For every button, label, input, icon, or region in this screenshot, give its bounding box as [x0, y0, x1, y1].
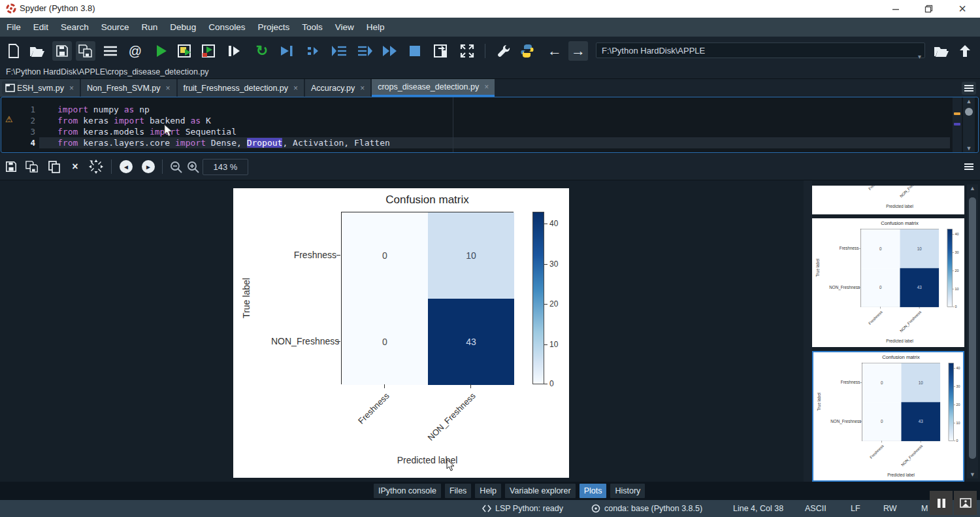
- open-file-button[interactable]: [27, 41, 47, 61]
- working-directory-input[interactable]: F:\Python HardDisk\APPLE ▾: [596, 42, 925, 58]
- browse-tabs-button[interactable]: [2, 81, 18, 95]
- preferences-button[interactable]: [494, 41, 514, 61]
- scroll-up-icon[interactable]: ▲: [967, 184, 978, 192]
- tab-close-icon[interactable]: ×: [165, 84, 170, 93]
- run-to-line-button[interactable]: [277, 41, 297, 61]
- plot-thumbnail-selected[interactable]: Confusion matrix True label Freshness NO…: [812, 351, 964, 482]
- maximize-pane-button[interactable]: [431, 41, 451, 61]
- run-button[interactable]: [152, 41, 171, 61]
- plots-toolbar: × ◄ ► 143 %: [0, 154, 980, 180]
- menu-view[interactable]: View: [335, 22, 354, 32]
- tab-close-icon[interactable]: ×: [360, 84, 365, 93]
- run-selection-button[interactable]: [224, 41, 244, 61]
- fit-to-pane-icon: [89, 159, 103, 174]
- browse-tabs-icon: [5, 84, 15, 92]
- editor-options-button[interactable]: [962, 82, 976, 95]
- tab-ipython-console[interactable]: IPython console: [374, 484, 441, 498]
- parent-directory-button[interactable]: [955, 41, 975, 61]
- python-env-button[interactable]: [517, 41, 537, 61]
- tab-help[interactable]: Help: [475, 484, 501, 498]
- new-file-button[interactable]: [4, 41, 24, 61]
- menu-edit[interactable]: Edit: [33, 22, 48, 32]
- menu-file[interactable]: File: [7, 22, 21, 32]
- save-all-icon: [25, 160, 39, 173]
- save-plot-button[interactable]: [3, 158, 20, 175]
- minimize-button[interactable]: [881, 0, 911, 18]
- run-cell-advance-button[interactable]: [199, 41, 219, 61]
- plots-options-button[interactable]: [960, 158, 977, 175]
- menu-debug[interactable]: Debug: [170, 22, 196, 32]
- zoom-out-button[interactable]: [167, 158, 184, 175]
- navigate-forward-button[interactable]: →: [568, 41, 588, 61]
- debug-step-over-button[interactable]: [303, 41, 323, 61]
- menu-source[interactable]: Source: [101, 22, 129, 32]
- close-button[interactable]: ×: [947, 0, 977, 18]
- next-plot-button[interactable]: ►: [140, 158, 157, 175]
- editor-scrollbar-thumb[interactable]: [965, 108, 973, 116]
- tab-files[interactable]: Files: [445, 484, 471, 498]
- dropdown-caret-icon[interactable]: ▾: [918, 49, 921, 65]
- scroll-down-icon[interactable]: ▼: [967, 471, 978, 478]
- menu-run[interactable]: Run: [142, 22, 158, 32]
- colorbar: [947, 229, 953, 307]
- menu-help[interactable]: Help: [367, 22, 385, 32]
- fit-plot-button[interactable]: [88, 158, 105, 175]
- pane-splitter[interactable]: [804, 180, 812, 482]
- tab-accuracy[interactable]: Accuracy.py ×: [305, 79, 370, 97]
- pause-button[interactable]: [930, 491, 953, 515]
- tab-crops-disease-detection[interactable]: crops_disease_detection.py ×: [372, 79, 495, 97]
- stop-button[interactable]: [405, 41, 425, 61]
- previous-plot-button[interactable]: ◄: [118, 158, 135, 175]
- code-line-4[interactable]: from keras.layers.core import Dense, Dro…: [57, 137, 390, 148]
- menu-tools[interactable]: Tools: [302, 22, 323, 32]
- navigate-back-button[interactable]: ←: [545, 41, 564, 61]
- code-line-1[interactable]: import numpy as np: [57, 104, 150, 115]
- plot-thumbnail[interactable]: Confusion matrix True label Freshness NO…: [812, 186, 964, 214]
- tab-history[interactable]: History: [610, 484, 645, 498]
- symbol-finder-button[interactable]: @: [125, 41, 145, 61]
- save-all-plots-button[interactable]: [24, 158, 41, 175]
- tab-variable-explorer[interactable]: Variable explorer: [505, 484, 576, 498]
- zoom-level-value[interactable]: 143 %: [203, 159, 248, 175]
- zoom-in-button[interactable]: [184, 158, 201, 175]
- scroll-up-icon[interactable]: ▲: [963, 97, 975, 105]
- tab-close-icon[interactable]: ×: [69, 84, 74, 93]
- colorbar-tick: 20: [549, 299, 569, 309]
- thumbnails-scrollbar-thumb[interactable]: [969, 197, 976, 459]
- occurrence-flag[interactable]: [954, 123, 960, 125]
- code-line-3[interactable]: from keras.models import Sequential: [57, 126, 237, 137]
- eol-status: LF: [851, 500, 860, 517]
- menu-consoles[interactable]: Consoles: [208, 22, 245, 32]
- remove-plot-button[interactable]: ×: [67, 158, 84, 175]
- colorbar-tick: 40: [956, 366, 964, 370]
- rerun-button[interactable]: ↻: [252, 41, 272, 61]
- save-all-button[interactable]: [76, 41, 95, 61]
- file-switcher-button[interactable]: [101, 41, 120, 61]
- tab-close-icon[interactable]: ×: [293, 84, 298, 93]
- copy-plot-button[interactable]: [46, 158, 63, 175]
- save-button[interactable]: [52, 41, 72, 61]
- fullscreen-button[interactable]: [457, 41, 477, 61]
- warning-flag[interactable]: [954, 112, 960, 115]
- editor-scrollbar[interactable]: ▲ ▼: [963, 97, 975, 152]
- tab-fruit-freshness-detection[interactable]: fruit_Freshness_detection.py ×: [178, 79, 304, 97]
- plot-thumbnail[interactable]: Confusion matrix True label Freshness NO…: [812, 218, 964, 347]
- breadcrumb: F:\Python HardDisk\APPLE\crops_disease_d…: [0, 65, 980, 79]
- code-line-2[interactable]: from keras import backend as K: [57, 115, 211, 126]
- browse-directory-button[interactable]: [932, 41, 951, 61]
- tab-close-icon[interactable]: ×: [484, 82, 489, 92]
- screenshot-button[interactable]: [954, 491, 977, 515]
- menu-search[interactable]: Search: [61, 22, 89, 32]
- debug-step-out-button[interactable]: [355, 41, 375, 61]
- main-plot[interactable]: Confusion matrix True label Freshness NO…: [233, 188, 569, 478]
- scroll-down-icon[interactable]: ▼: [963, 144, 975, 152]
- colorbar-tick: 30: [956, 384, 964, 388]
- debug-continue-button[interactable]: [380, 41, 400, 61]
- run-selection-icon: [227, 44, 240, 58]
- tab-plots[interactable]: Plots: [580, 484, 607, 498]
- debug-step-into-button[interactable]: [329, 41, 349, 61]
- tab-non-fresh-svm[interactable]: Non_Fresh_SVM.py ×: [81, 79, 176, 97]
- run-cell-button[interactable]: [175, 41, 195, 61]
- menu-projects[interactable]: Projects: [257, 22, 289, 32]
- restore-button[interactable]: [913, 0, 943, 18]
